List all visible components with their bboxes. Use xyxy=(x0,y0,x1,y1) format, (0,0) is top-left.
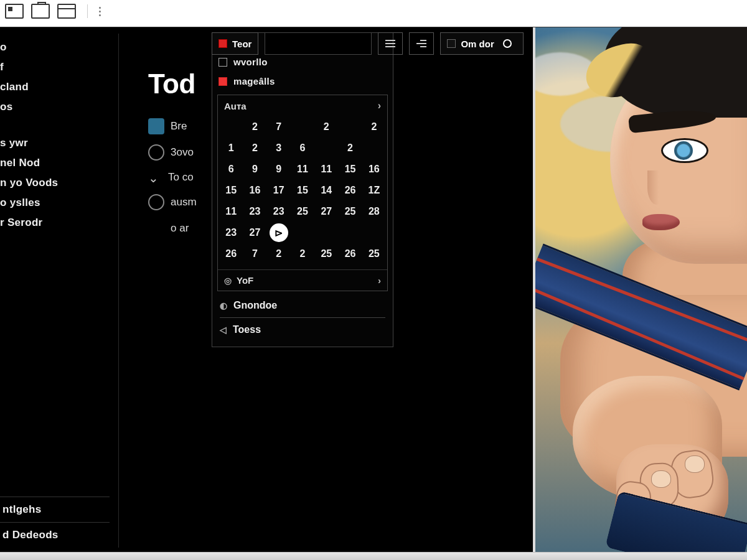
calendar-day[interactable]: 2 xyxy=(362,116,386,138)
dropdown-item[interactable]: wvorllo xyxy=(212,52,393,72)
task-label: 3ovo xyxy=(171,146,194,159)
calendar: Auта › 272212362699111115161516171514261… xyxy=(217,95,388,291)
calendar-day[interactable]: 1Z xyxy=(362,180,386,201)
calendar-day[interactable]: 25 xyxy=(338,201,362,222)
sidebar-item[interactable]: o xyxy=(0,37,118,57)
calendar-next-icon[interactable]: › xyxy=(378,100,381,111)
target-icon: ◎ xyxy=(224,276,232,286)
action-icon: ◐ xyxy=(220,301,227,310)
calendar-day xyxy=(362,222,386,243)
task-label: Bre xyxy=(171,120,187,133)
calendar-day[interactable]: 2 xyxy=(267,243,291,264)
calendar-day[interactable]: 6 xyxy=(219,159,243,180)
sidebar-item[interactable]: s ywr xyxy=(0,133,118,153)
calendar-month: Auта xyxy=(224,101,247,111)
dropdown-item[interactable]: mageâlls xyxy=(212,72,393,91)
calendar-footer-nav-icon[interactable]: › xyxy=(378,275,381,286)
calendar-day[interactable]: 27 xyxy=(243,222,266,243)
panel-action[interactable]: ◐Gnondoe xyxy=(220,294,385,318)
color-swatch xyxy=(218,77,227,86)
calendar-day xyxy=(338,222,362,243)
chevron-down-icon: ⌄ xyxy=(148,170,162,184)
sidebar-footer-item[interactable]: d Dedeods xyxy=(0,522,110,548)
calendar-day-selected[interactable]: ⊳ xyxy=(270,223,288,242)
calendar-day[interactable]: 14 xyxy=(314,180,338,201)
dropdown-panel: Teorwvorllomageâlls Auта › 2722123626991… xyxy=(212,32,393,347)
action-label: Toess xyxy=(233,324,261,335)
action-icon: ◁ xyxy=(220,325,227,335)
calendar-day[interactable]: 25 xyxy=(362,243,386,264)
calendar-day[interactable]: 9 xyxy=(243,159,266,180)
book-icon xyxy=(148,118,164,134)
sidebar-item[interactable]: os xyxy=(0,97,118,117)
calendar-day[interactable]: 11 xyxy=(291,159,314,180)
circle-icon xyxy=(148,194,164,210)
align-right-icon[interactable] xyxy=(409,32,434,55)
calendar-day[interactable]: 2 xyxy=(243,138,266,159)
calendar-day xyxy=(314,138,338,159)
top-toolbar: Teor Om dor xyxy=(212,32,529,55)
dropdown-label: wvorllo xyxy=(233,57,268,67)
toggle-button[interactable]: Om dor xyxy=(440,32,523,55)
calendar-day xyxy=(314,222,338,243)
task-label: ausm xyxy=(171,196,197,208)
calendar-day[interactable]: 23 xyxy=(243,201,266,222)
calendar-day[interactable]: 11 xyxy=(314,159,338,180)
calendar-day xyxy=(219,116,243,138)
calendar-day[interactable]: 3 xyxy=(267,138,291,159)
calendar-day[interactable]: 28 xyxy=(362,201,386,222)
layout-icon-c[interactable] xyxy=(57,4,76,19)
window-bottom-chrome xyxy=(0,552,747,560)
calendar-day[interactable]: 7 xyxy=(243,243,266,264)
sidebar-item[interactable]: o yslles xyxy=(0,193,118,213)
sidebar-item[interactable]: r Serodr xyxy=(0,213,118,233)
calendar-day[interactable]: 25 xyxy=(314,243,338,264)
calendar-grid: 272212362699111115161516171514261Z112323… xyxy=(218,116,387,269)
action-label: Gnondoe xyxy=(233,300,277,311)
task-label: o ar xyxy=(171,222,189,235)
panel-action[interactable]: ◁Toess xyxy=(220,318,385,342)
layout-icon-a[interactable] xyxy=(5,4,24,19)
toolbar-search[interactable] xyxy=(265,32,372,55)
filter-button[interactable]: Teor xyxy=(212,32,258,55)
sidebar-footer-item[interactable]: ntlgehs xyxy=(0,497,110,522)
sidebar-item[interactable]: n yo Voods xyxy=(0,173,118,193)
calendar-footer-label: YoF xyxy=(237,275,253,286)
calendar-day[interactable]: 11 xyxy=(219,201,243,222)
calendar-day[interactable]: 25 xyxy=(291,201,314,222)
calendar-day[interactable]: 17 xyxy=(267,180,291,201)
calendar-day[interactable]: 23 xyxy=(267,201,291,222)
more-icon[interactable] xyxy=(99,7,101,16)
calendar-day[interactable]: 15 xyxy=(338,159,362,180)
calendar-day[interactable]: 16 xyxy=(243,180,266,201)
calendar-day[interactable]: 7 xyxy=(267,116,291,138)
calendar-day[interactable]: 2 xyxy=(338,138,362,159)
calendar-day[interactable]: 15 xyxy=(291,180,314,201)
calendar-day[interactable]: 6 xyxy=(291,138,314,159)
calendar-day[interactable]: 1 xyxy=(219,138,243,159)
align-left-icon[interactable] xyxy=(378,32,403,55)
calendar-day[interactable]: 16 xyxy=(362,159,386,180)
calendar-day[interactable]: 2 xyxy=(291,243,314,264)
calendar-day xyxy=(362,138,386,159)
sidebar-item[interactable]: cland xyxy=(0,77,118,97)
task-label: To co xyxy=(168,171,194,184)
sidebar-item[interactable]: f xyxy=(0,57,118,77)
calendar-day[interactable]: 2 xyxy=(243,116,266,138)
color-swatch xyxy=(218,58,227,67)
window-toolbar xyxy=(0,0,747,22)
calendar-day[interactable]: 2 xyxy=(314,116,338,138)
calendar-day[interactable]: 9 xyxy=(267,159,291,180)
layout-icon-b[interactable] xyxy=(31,4,50,19)
sidebar-item[interactable]: nel Nod xyxy=(0,153,118,173)
dropdown-label: mageâlls xyxy=(233,76,275,86)
calendar-day xyxy=(291,116,314,138)
calendar-day[interactable]: 27 xyxy=(314,201,338,222)
calendar-day[interactable]: 26 xyxy=(219,243,243,264)
calendar-day[interactable]: 23 xyxy=(219,222,243,243)
calendar-day[interactable]: 26 xyxy=(338,180,362,201)
calendar-day xyxy=(338,116,362,138)
calendar-day[interactable]: 26 xyxy=(338,243,362,264)
calendar-day[interactable]: 15 xyxy=(219,180,243,201)
sidebar: ofclandos s ywrnel Nodn yo Voodso yslles… xyxy=(0,34,119,548)
